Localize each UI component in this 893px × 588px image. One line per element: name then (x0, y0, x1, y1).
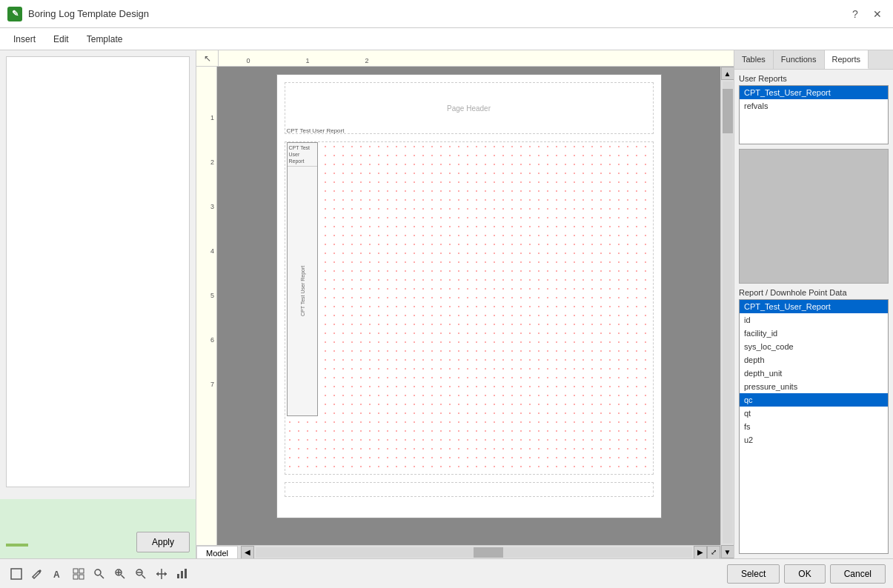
report-data-section: Report / Downhole Point Data CPT_Test_Us… (739, 288, 889, 554)
page-sheet: Page Header CPT Test User Report CPT Tes… (276, 74, 662, 518)
bottom-bar: A Select OK Cancel (0, 558, 893, 588)
close-button[interactable]: ✕ (869, 6, 886, 22)
canvas-area: ↖ 0 1 2 1 2 3 4 5 6 (196, 50, 734, 558)
hscroll-track[interactable] (256, 547, 692, 558)
gray-spacer (739, 149, 889, 284)
ruler-top: ↖ 0 1 2 (196, 50, 734, 67)
report-item-refvals[interactable]: refvals (740, 99, 888, 113)
right-content: User Reports CPT_Test_User_Report refval… (734, 70, 893, 558)
window-title: Boring Log Template Design (28, 8, 149, 19)
ok-button[interactable]: OK (784, 564, 825, 584)
apply-button[interactable]: Apply (136, 532, 190, 552)
page-footer-area (285, 482, 654, 497)
ruler-left-tick-5: 5 (196, 292, 216, 336)
menu-bar: Insert Edit Template (0, 28, 893, 50)
canvas-scroll[interactable]: 1 2 3 4 5 6 7 Page Header (196, 67, 720, 545)
resize-corner[interactable]: ⤢ (707, 546, 720, 559)
ruler-tick-0: 0 (219, 57, 278, 64)
page-header-label: Page Header (447, 104, 491, 113)
right-panel: Tables Functions Reports User Reports CP… (734, 50, 893, 558)
tool-zoom-in[interactable] (111, 565, 129, 583)
tab-tables[interactable]: Tables (734, 50, 774, 69)
vertical-scrollbar[interactable]: ▲ ▼ (720, 67, 734, 558)
ruler-numbers: 0 1 2 (219, 57, 396, 66)
preview-area (0, 50, 196, 499)
report-element[interactable]: CPT Test User Report CPT Test User Repor… (287, 142, 318, 416)
field-depth-unit[interactable]: depth_unit (740, 367, 888, 380)
cancel-button[interactable]: Cancel (830, 564, 886, 584)
report-data-header: CPT_Test_User_Report (740, 300, 888, 313)
toolbar-right: Select OK Cancel (727, 564, 886, 584)
select-button[interactable]: Select (727, 564, 780, 584)
page-canvas: Page Header CPT Test User Report CPT Tes… (217, 67, 720, 545)
svg-line-7 (101, 575, 104, 578)
menu-insert[interactable]: Insert (6, 31, 43, 47)
field-qc[interactable]: qc (740, 393, 888, 407)
svg-rect-3 (79, 569, 84, 573)
ruler-left-tick-3: 3 (196, 203, 216, 247)
page-content-area[interactable]: CPT Test User Report CPT Test User Repor… (285, 141, 654, 475)
ruler-left-tick-7: 7 (196, 381, 216, 425)
title-bar: ✎ Boring Log Template Design ? ✕ (0, 0, 893, 28)
title-bar-left: ✎ Boring Log Template Design (7, 7, 149, 21)
svg-point-6 (95, 569, 101, 575)
tool-grid[interactable] (70, 565, 87, 583)
tool-pan[interactable] (153, 565, 170, 583)
toolbar-left: A (7, 565, 191, 583)
hscroll-thumb[interactable] (474, 547, 503, 558)
field-qt[interactable]: qt (740, 407, 888, 420)
tool-pencil[interactable] (28, 565, 46, 583)
svg-marker-17 (156, 572, 159, 576)
report-name-label: CPT Test User Report (287, 127, 345, 134)
tool-text[interactable]: A (49, 565, 67, 583)
report-element-header: CPT Test User Report (288, 143, 317, 167)
svg-rect-19 (177, 574, 179, 578)
menu-template[interactable]: Template (79, 31, 130, 47)
tab-model[interactable]: Model (196, 546, 238, 559)
menu-edit[interactable]: Edit (46, 31, 76, 47)
tool-zoom-out[interactable] (132, 565, 150, 583)
tab-reports[interactable]: Reports (825, 50, 869, 69)
app-icon: ✎ (7, 7, 22, 21)
ruler-left: 1 2 3 4 5 6 7 (196, 67, 217, 545)
help-button[interactable]: ? (847, 6, 863, 22)
horizontal-scrollbar[interactable]: Model ◀ ▶ ⤢ (196, 545, 720, 558)
report-header-text: CPT Test User Report (289, 145, 311, 164)
field-depth[interactable]: depth (740, 353, 888, 367)
report-data-list[interactable]: CPT_Test_User_Report id facility_id sys_… (739, 299, 889, 554)
tool-search[interactable] (90, 565, 108, 583)
field-u2[interactable]: u2 (740, 433, 888, 447)
ruler-left-tick-6: 6 (196, 336, 216, 381)
user-reports-list[interactable]: CPT_Test_User_Report refvals (739, 85, 889, 144)
field-facility-id[interactable]: facility_id (740, 327, 888, 340)
ruler-corner: ↖ (196, 50, 219, 67)
tool-rectangle[interactable] (7, 565, 25, 583)
report-item-cpt[interactable]: CPT_Test_User_Report (740, 86, 888, 99)
main-layout: Apply ↖ 0 1 2 1 2 (0, 50, 893, 558)
hscroll-right-btn[interactable]: ▶ (694, 546, 707, 559)
vscroll-up-btn[interactable]: ▲ (721, 67, 734, 80)
preview-box (6, 56, 190, 487)
page-header-area: Page Header (285, 82, 654, 134)
ruler-left-tick-0 (196, 70, 216, 114)
ruler-left-tick-2: 2 (196, 158, 216, 203)
field-id[interactable]: id (740, 313, 888, 327)
tab-functions[interactable]: Functions (774, 50, 825, 69)
svg-rect-0 (11, 569, 21, 579)
canvas-main: 1 2 3 4 5 6 7 Page Header (196, 67, 720, 558)
report-element-body: CPT Test User Report (288, 167, 317, 415)
ruler-left-tick-1: 1 (196, 114, 216, 158)
tool-chart[interactable] (173, 565, 191, 583)
vscroll-thumb[interactable] (723, 89, 733, 133)
vscroll-track[interactable] (723, 81, 733, 544)
left-panel: Apply (0, 50, 196, 558)
field-sys-loc-code[interactable]: sys_loc_code (740, 340, 888, 353)
ruler-left-tick-4: 4 (196, 247, 216, 292)
field-pressure-units[interactable]: pressure_units (740, 380, 888, 393)
user-reports-label: User Reports (739, 74, 889, 83)
hscroll-left-btn[interactable]: ◀ (241, 546, 254, 559)
field-fs[interactable]: fs (740, 420, 888, 433)
svg-line-9 (122, 575, 125, 578)
title-bar-controls[interactable]: ? ✕ (847, 6, 886, 22)
vscroll-down-btn[interactable]: ▼ (721, 545, 734, 558)
